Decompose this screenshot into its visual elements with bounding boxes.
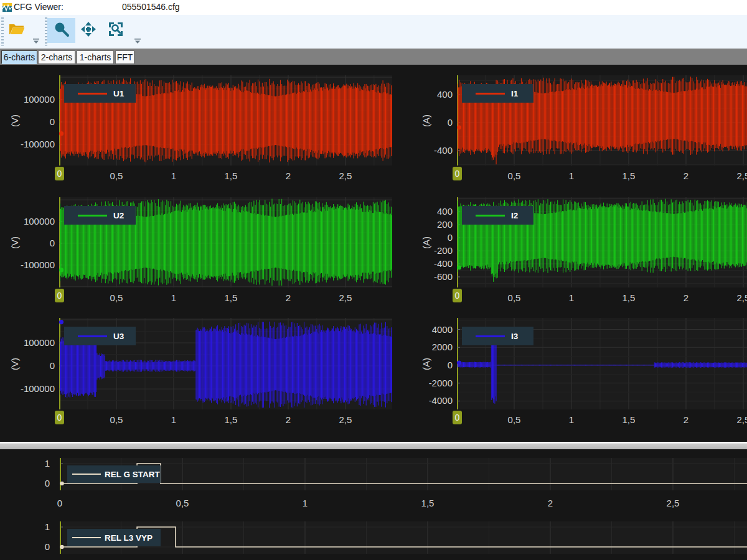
legend-label: REL L3 VYP [105, 533, 153, 543]
x-origin-marker[interactable]: 0 [453, 289, 462, 302]
x-tick-label: 1 [286, 498, 324, 508]
chart-u2[interactable]: (V) 1000000-100000 0,511,522,5 U2 0 [59, 197, 392, 287]
legend-i3[interactable]: I3 [462, 327, 533, 345]
chart-i3[interactable]: (A) 400020000-2000-4000 0,511,522,5 I3 0 [457, 318, 747, 409]
legend-rel-l3-vyp[interactable]: REL L3 VYP [67, 529, 161, 546]
x-tick-labels: 0,511,522,5 [59, 409, 392, 423]
y-tick-label: 0 [384, 232, 453, 243]
legend-label: I3 [511, 332, 518, 341]
x-tick-label: 2,5 [327, 170, 364, 181]
y-tick-label: 0 [0, 360, 55, 371]
chart-rel-g-start[interactable]: 10 00,511,522,5 REL G START [60, 458, 747, 490]
y-tick-labels: 400020000-2000-4000 [384, 318, 453, 409]
x-tick-label: 1,5 [610, 292, 647, 303]
plot-canvas-rel-l3-vyp[interactable] [60, 521, 747, 554]
legend-u1[interactable]: U1 [64, 84, 136, 103]
x-origin-marker[interactable]: 0 [453, 411, 462, 424]
y-tick-label: -4000 [384, 395, 453, 406]
waveform-app-icon [2, 3, 12, 12]
legend-color-line [72, 537, 101, 538]
chart-i2[interactable]: (A) 4002000-200-400-600 0,511,522,5 I2 0 [457, 197, 747, 287]
chart-i1[interactable]: (A) 4000-400 0,511,522,5 I1 0 [457, 75, 747, 166]
x-tick-label: 1 [155, 292, 192, 303]
legend-label: REL G START [105, 470, 160, 479]
chart-u1[interactable]: (V) 1000000-100000 0,511,522,5 U1 0 [59, 75, 392, 166]
chart-u3[interactable]: (V) 1000000-100000 0,511,522,5 U3 0 [59, 318, 392, 409]
x-tick-label: 1,5 [610, 414, 647, 425]
x-tick-label: 1,5 [610, 170, 647, 181]
x-tick-labels: 0,511,522,5 [59, 166, 392, 179]
x-tick-label: 0 [41, 498, 78, 508]
toolbar-overflow-icon-1[interactable] [32, 35, 40, 42]
x-tick-labels: 00,511,522,5 [60, 490, 747, 504]
tab-2-charts[interactable]: 2-charts [38, 50, 75, 64]
legend-u2[interactable]: U2 [64, 206, 136, 225]
window-title: CFG Viewer: [14, 2, 63, 12]
y-tick-label: 0 [0, 116, 55, 128]
folder-open-icon [9, 22, 25, 39]
y-tick-label: 0 [384, 360, 453, 371]
tab-6-charts[interactable]: 6-charts [1, 50, 37, 64]
y-tick-labels: 4000-400 [384, 75, 453, 166]
open-file-button[interactable] [4, 18, 30, 43]
x-tick-label: 2,5 [725, 292, 747, 303]
legend-label: U1 [113, 89, 124, 98]
pan-tool-button[interactable] [75, 18, 102, 43]
x-tick-label: 2 [667, 292, 705, 303]
legend-color-line [476, 93, 505, 95]
panes-splitter[interactable] [0, 441, 747, 449]
x-tick-label: 1,5 [212, 170, 250, 181]
zoom-region-button[interactable] [102, 18, 129, 43]
tab-fft[interactable]: FFT [115, 50, 134, 64]
y-tick-labels: 10 [25, 521, 50, 554]
x-tick-labels: 0,511,522,5 [457, 287, 747, 301]
legend-label: U3 [113, 332, 124, 341]
y-tick-labels: 4002000-200-400-600 [384, 197, 453, 287]
x-tick-label: 2 [270, 292, 307, 303]
x-tick-label: 2 [270, 414, 307, 425]
zoom-tool-button[interactable] [47, 18, 75, 43]
tab-1-charts[interactable]: 1-charts [77, 50, 114, 64]
x-origin-marker[interactable]: 0 [55, 167, 64, 180]
x-tick-label: 0,5 [164, 498, 201, 508]
x-origin-marker[interactable]: 0 [55, 411, 64, 424]
x-tick-label: 2,5 [725, 170, 747, 181]
magnifier-icon [53, 21, 70, 40]
x-tick-label: 1 [553, 170, 590, 181]
y-tick-label: -100000 [0, 139, 55, 150]
legend-u3[interactable]: U3 [64, 327, 136, 345]
legend-color-line [476, 335, 505, 337]
x-tick-label: 1,5 [409, 498, 446, 508]
legend-color-line [476, 215, 505, 217]
x-tick-label: 1 [155, 414, 192, 425]
move-arrows-icon [80, 21, 96, 40]
x-tick-label: 0,5 [496, 170, 533, 181]
chart-rel-l3-vyp[interactable]: 10 REL L3 VYP [60, 521, 747, 554]
digital-charts-pane: 10 00,511,522,5 REL G START 10 REL L3 VY… [0, 449, 747, 560]
open-file-name: 055501546.cfg [122, 2, 180, 12]
plot-canvas-rel-g-start[interactable] [60, 458, 747, 490]
y-tick-label: 400 [384, 89, 453, 100]
x-origin-marker[interactable]: 0 [55, 289, 64, 302]
x-tick-label: 0,5 [98, 170, 135, 181]
legend-color-line [72, 474, 101, 475]
legend-label: U2 [113, 211, 124, 220]
y-tick-label: -600 [384, 271, 453, 282]
y-tick-label: -400 [384, 258, 453, 269]
legend-label: I2 [511, 211, 518, 220]
y-tick-labels: 1000000-100000 [0, 318, 55, 409]
y-tick-labels: 10 [25, 458, 50, 490]
zoom-region-icon [108, 21, 124, 40]
y-tick-label: 4000 [384, 324, 453, 335]
y-tick-label: 200 [384, 219, 453, 230]
x-origin-marker[interactable]: 0 [453, 167, 462, 180]
x-tick-label: 1 [553, 292, 590, 303]
x-tick-label: 1 [155, 170, 192, 181]
legend-i1[interactable]: I1 [462, 84, 533, 103]
y-tick-label: 0 [0, 238, 55, 249]
legend-i2[interactable]: I2 [462, 206, 533, 225]
view-tab-strip: 6-charts 2-charts 1-charts FFT [0, 49, 747, 65]
toolbar-overflow-icon-2[interactable] [134, 35, 141, 42]
legend-rel-g-start[interactable]: REL G START [67, 465, 161, 483]
y-tick-label: 1 [25, 458, 50, 469]
